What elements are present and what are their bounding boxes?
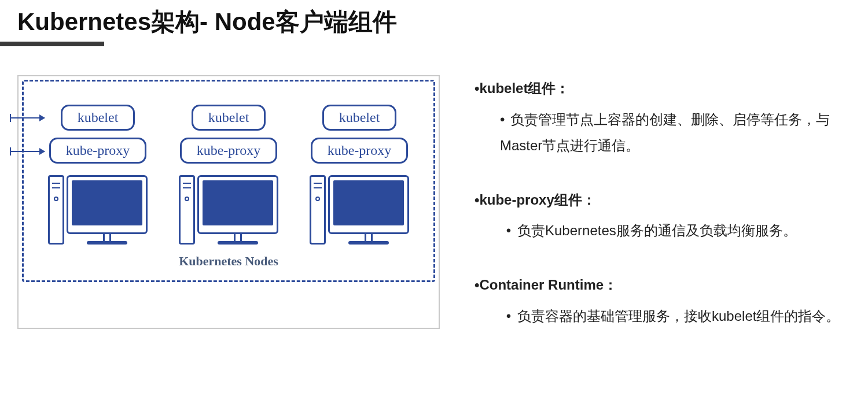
node-2: kubelet kube-proxy [179, 105, 278, 245]
computer-icon [310, 175, 409, 245]
arrow-icon [11, 117, 45, 118]
page-title: Kubernetes架构- Node客户端组件 [17, 6, 851, 38]
nodes-label: Kubernetes Nodes [41, 254, 416, 269]
tower-icon [48, 175, 64, 245]
kubelet-box: kubelet [61, 105, 135, 131]
monitor-icon [328, 175, 409, 234]
kube-proxy-box: kube-proxy [311, 138, 409, 164]
node-3: kubelet kube-proxy [310, 105, 409, 245]
computer-icon [179, 175, 278, 245]
kubernetes-nodes-diagram: kubelet kube-proxy kubelet kube- [22, 80, 435, 282]
kube-proxy-box: kube-proxy [49, 138, 147, 164]
node-1: kubelet kube-proxy [48, 105, 148, 245]
kubelet-box: kubelet [192, 105, 266, 131]
kubelet-box: kubelet [322, 105, 397, 131]
computer-icon [48, 175, 148, 245]
title-underline [0, 42, 104, 46]
tower-icon [179, 175, 195, 245]
component-title-runtime: •Container Runtime： [475, 272, 851, 298]
component-title-kubelet: •kubelet组件： [475, 75, 851, 102]
component-desc-kubeproxy: •负责Kubernetes服务的通信及负载均衡服务。 [475, 217, 851, 244]
content-row: kubelet kube-proxy kubelet kube- [17, 75, 851, 329]
component-title-kubeproxy: •kube-proxy组件： [475, 187, 851, 213]
tower-icon [310, 175, 326, 245]
nodes-row: kubelet kube-proxy kubelet kube- [41, 105, 416, 245]
monitor-icon [197, 175, 278, 234]
component-desc-kubelet: 负责管理节点上容器的创建、删除、启停等任务，与Master节点进行通信。 [475, 106, 851, 159]
diagram-container: kubelet kube-proxy kubelet kube- [17, 75, 440, 329]
text-column: •kubelet组件： 负责管理节点上容器的创建、删除、启停等任务，与Maste… [475, 75, 851, 329]
arrow-icon [11, 151, 45, 152]
component-desc-runtime: •负责容器的基础管理服务，接收kubelet组件的指令。 [475, 303, 851, 329]
kube-proxy-box: kube-proxy [180, 138, 278, 164]
monitor-icon [67, 175, 148, 234]
